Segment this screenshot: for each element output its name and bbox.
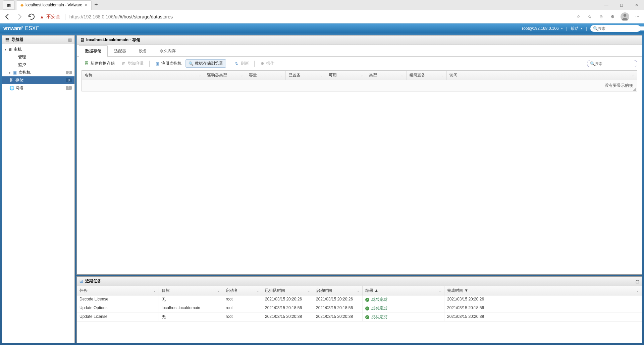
close-icon[interactable]: × bbox=[84, 2, 87, 8]
task-name: Update Options bbox=[77, 304, 159, 313]
menu-icon[interactable]: ⋯ bbox=[634, 13, 641, 20]
tcol-queued[interactable]: 已排队时间⌄ bbox=[262, 286, 313, 295]
datastore-search[interactable]: 🔍 bbox=[587, 60, 637, 67]
tab-datastores[interactable]: 数据存储 bbox=[79, 45, 108, 57]
task-completed: 2021/03/15 20:20:26 bbox=[444, 295, 642, 304]
profile-avatar[interactable] bbox=[621, 12, 629, 21]
task-row[interactable]: Update License无root2021/03/15 20:20:3820… bbox=[77, 313, 642, 322]
browser-app-icon[interactable]: ▦ bbox=[3, 0, 15, 10]
col-drive-type[interactable]: 驱动器类型⌄ bbox=[204, 71, 246, 80]
window-maximize-button[interactable]: ◻ bbox=[614, 0, 629, 10]
task-started: 2021/03/15 20:18:56 bbox=[313, 304, 363, 313]
task-initiator: root bbox=[223, 304, 262, 313]
task-completed: 2021/03/15 20:20:38 bbox=[444, 313, 642, 321]
storage-title-icon: 🗄 bbox=[80, 38, 84, 43]
tab-adapters[interactable]: 适配器 bbox=[108, 45, 132, 57]
vm-icon: ▣ bbox=[12, 70, 17, 75]
warning-icon: ▲ bbox=[40, 14, 44, 19]
success-icon: ✓ bbox=[365, 306, 369, 310]
col-access[interactable]: 访问⌄ bbox=[447, 71, 637, 80]
tcol-started[interactable]: 启动时间⌄ bbox=[313, 286, 363, 295]
recent-tasks-panel: ☑ 近期任务 ▢ 任务⌄ 目标⌄ 启动者⌄ 已排队时间⌄ 启动时间⌄ 结果 ▲⌄… bbox=[76, 276, 642, 343]
global-search-input[interactable] bbox=[598, 26, 644, 30]
reload-button[interactable] bbox=[28, 13, 36, 21]
grid-empty-message: 没有要显示的项 bbox=[82, 80, 637, 91]
actions-button[interactable]: ⚙ 操作 bbox=[257, 60, 277, 67]
grid-header: 名称⌄ 驱动器类型⌄ 容量⌄ 已置备⌄ 可用⌄ 类型⌄ 精简置备⌄ 访问⌄ bbox=[82, 71, 637, 80]
task-name: Decode License bbox=[77, 295, 159, 304]
favorites-bar-icon[interactable]: ✩ bbox=[586, 13, 593, 20]
task-name: Update License bbox=[77, 313, 159, 321]
window-minimize-button[interactable]: — bbox=[599, 0, 614, 10]
col-available[interactable]: 可用⌄ bbox=[326, 71, 366, 80]
task-result: ✓成功完成 bbox=[363, 313, 444, 321]
tasks-icon: ☑ bbox=[79, 279, 83, 284]
user-menu[interactable]: root@192.168.0.106 bbox=[522, 26, 563, 31]
favorite-icon[interactable]: ☆ bbox=[575, 13, 582, 20]
tab-title: localhost.localdomain - VMware bbox=[25, 3, 82, 7]
security-indicator[interactable]: ▲ 不安全 bbox=[40, 14, 65, 20]
panel-title-bar: 🗄 localhost.localdomain - 存储 bbox=[77, 36, 642, 45]
tab-pmem[interactable]: 永久内存 bbox=[153, 45, 182, 57]
collections-icon[interactable]: ⊕ bbox=[598, 13, 604, 20]
search-icon: 🔍 bbox=[593, 26, 598, 31]
task-target: localhost.localdomain bbox=[159, 304, 223, 313]
nav-manage[interactable]: 管理 bbox=[2, 53, 74, 61]
nav-host[interactable]: 🖥 主机 bbox=[2, 46, 74, 53]
task-row[interactable]: Update Optionslocalhost.localdomainroot2… bbox=[77, 304, 642, 313]
task-started: 2021/03/15 20:20:38 bbox=[313, 313, 363, 321]
tcol-task[interactable]: 任务⌄ bbox=[77, 286, 159, 295]
maximize-panel-icon[interactable]: ▢ bbox=[636, 279, 639, 284]
new-tab-button[interactable]: + bbox=[92, 1, 101, 8]
help-menu[interactable]: 帮助 bbox=[571, 26, 583, 31]
task-target: 无 bbox=[159, 313, 223, 321]
resize-handle[interactable] bbox=[633, 87, 636, 91]
col-name[interactable]: 名称⌄ bbox=[82, 71, 204, 80]
navigator-header: ☷ 导航器 ▥ bbox=[2, 36, 74, 44]
success-icon: ✓ bbox=[365, 298, 369, 302]
tcol-target[interactable]: 目标⌄ bbox=[159, 286, 223, 295]
register-vm-button[interactable]: ▣ 注册虚拟机 bbox=[152, 60, 184, 67]
tab-favicon: ◆ bbox=[20, 3, 23, 7]
col-type[interactable]: 类型⌄ bbox=[366, 71, 407, 80]
tasks-grid-header: 任务⌄ 目标⌄ 启动者⌄ 已排队时间⌄ 启动时间⌄ 结果 ▲⌄ 完成时间 ▼⌄ bbox=[77, 286, 642, 295]
task-initiator: root bbox=[223, 313, 262, 321]
tcol-completed[interactable]: 完成时间 ▼⌄ bbox=[444, 286, 642, 295]
nav-storage[interactable]: 🗄 存储 0 bbox=[2, 76, 74, 84]
tcol-result[interactable]: 结果 ▲⌄ bbox=[363, 286, 444, 295]
security-text: 不安全 bbox=[46, 14, 60, 20]
nav-network[interactable]: 🌐 网络 1 bbox=[2, 84, 74, 92]
panel-title: localhost.localdomain - 存储 bbox=[86, 37, 140, 43]
url-field[interactable]: https://192.168.0.106/ui/#/host/storage/… bbox=[69, 14, 571, 19]
datastore-browser-button[interactable]: 🔍 数据存储浏览器 bbox=[185, 59, 226, 68]
window-close-button[interactable]: ✕ bbox=[629, 0, 644, 10]
task-completed: 2021/03/15 20:18:56 bbox=[444, 304, 642, 313]
nav-monitor[interactable]: 监控 bbox=[2, 61, 74, 69]
task-target: 无 bbox=[159, 295, 223, 304]
task-row[interactable]: Decode License无root2021/03/15 20:20:2620… bbox=[77, 295, 642, 304]
task-queued: 2021/03/15 20:18:56 bbox=[262, 304, 313, 313]
storage-icon: 🗄 bbox=[9, 78, 14, 83]
refresh-button[interactable]: ↻ 刷新 bbox=[232, 60, 252, 67]
col-provisioned[interactable]: 已置备⌄ bbox=[286, 71, 326, 80]
extensions-icon[interactable]: ⚙ bbox=[609, 13, 616, 20]
pin-icon[interactable]: ▥ bbox=[68, 38, 72, 42]
global-search[interactable]: 🔍 ▾ bbox=[590, 25, 641, 32]
datastore-toolbar: 🗄 新建数据存储 ⊞ 增加容量 ▣ 注册虚拟机 🔍 数据存储浏览器 bbox=[77, 57, 642, 70]
new-datastore-button[interactable]: 🗄 新建数据存储 bbox=[82, 60, 117, 67]
forward-button[interactable] bbox=[15, 13, 23, 21]
datastore-search-input[interactable] bbox=[595, 62, 641, 66]
col-thin[interactable]: 精简置备⌄ bbox=[407, 71, 447, 80]
tab-devices[interactable]: 设备 bbox=[132, 45, 153, 57]
increase-icon: ⊞ bbox=[121, 61, 126, 66]
refresh-icon: ↻ bbox=[234, 61, 239, 66]
task-queued: 2021/03/15 20:20:26 bbox=[262, 295, 313, 304]
back-button[interactable] bbox=[3, 13, 11, 21]
svg-point-0 bbox=[624, 14, 627, 17]
nav-vms[interactable]: ▸ ▣ 虚拟机 0 bbox=[2, 69, 74, 76]
col-capacity[interactable]: 容量⌄ bbox=[246, 71, 286, 80]
navigator-panel: ☷ 导航器 ▥ 🖥 主机 管理 监控 ▸ ▣ 虚拟机 0 🗄 存储 0 bbox=[2, 35, 75, 343]
browser-tab[interactable]: ◆ localhost.localdomain - VMware × bbox=[16, 0, 92, 10]
tcol-initiator[interactable]: 启动者⌄ bbox=[223, 286, 262, 295]
browser-icon: 🔍 bbox=[189, 61, 193, 66]
